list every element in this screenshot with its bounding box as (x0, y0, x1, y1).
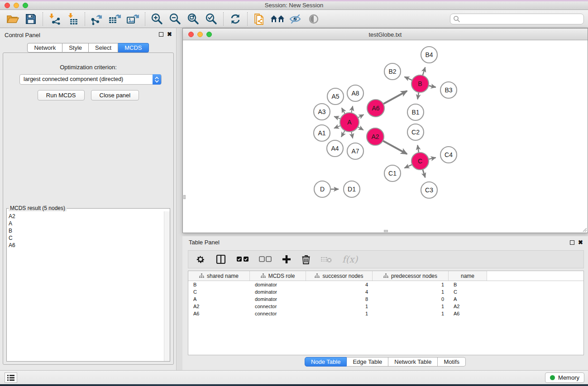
edge-C-C4[interactable] (429, 157, 436, 159)
close-panel-icon[interactable]: ✖ (167, 31, 172, 38)
table-cell[interactable]: 1 (306, 311, 373, 316)
delete-table-button[interactable] (320, 255, 332, 263)
node-B[interactable]: B (411, 75, 429, 92)
node-A2[interactable]: A2 (367, 128, 384, 145)
edge-C-C1[interactable] (405, 165, 412, 168)
table-cell[interactable]: 4 (306, 282, 373, 287)
result-scrollbar[interactable] (164, 211, 170, 361)
table-cell[interactable]: B (188, 282, 250, 287)
node-A8[interactable]: A8 (347, 85, 363, 101)
table-cell[interactable]: 0 (373, 296, 449, 302)
delete-column-button[interactable] (301, 254, 311, 265)
node-C4[interactable]: C4 (440, 147, 457, 163)
tab-motifs[interactable]: Motifs (438, 357, 466, 367)
edge-A-A1[interactable] (334, 126, 340, 129)
show-all-button[interactable] (305, 11, 323, 27)
edge-B-B4[interactable] (423, 67, 425, 76)
hide-selected-button[interactable] (287, 11, 305, 27)
table-cell[interactable]: A6 (188, 311, 250, 316)
save-session-button[interactable] (22, 11, 40, 27)
edge-A-A7[interactable] (351, 132, 353, 138)
table-cell[interactable]: connector (250, 304, 306, 309)
table-cell[interactable]: 8 (306, 296, 373, 302)
node-C1[interactable]: C1 (384, 165, 401, 181)
export-image-button[interactable] (124, 11, 142, 27)
table-cell[interactable]: 1 (373, 311, 449, 316)
node-D1[interactable]: D1 (344, 181, 360, 197)
zoom-in-button[interactable] (148, 11, 166, 27)
table-cell[interactable]: A6 (449, 311, 487, 316)
node-B2[interactable]: B2 (384, 63, 401, 80)
table-cell[interactable]: 1 (373, 289, 449, 295)
network-graph-canvas[interactable]: B4B2BB3A5A8A6B1A3AC2A1A2A4A7C4CC1C3DD1 (183, 41, 588, 233)
table-cell[interactable]: A (449, 296, 487, 302)
close-panel-button[interactable]: Close panel (91, 90, 139, 100)
result-item[interactable]: A2 (9, 213, 164, 220)
table-cell[interactable]: A (188, 296, 250, 302)
export-network-button[interactable] (88, 11, 106, 27)
node-A[interactable]: A (340, 113, 359, 132)
column-header-predecessor-nodes[interactable]: predecessor nodes (373, 271, 449, 281)
table-cell[interactable]: 4 (306, 289, 373, 295)
edge-A6-B[interactable] (383, 91, 407, 104)
column-header-successor-nodes[interactable]: successor nodes (306, 271, 373, 281)
node-A1[interactable]: A1 (314, 125, 330, 141)
vertical-scroll-nub[interactable] (183, 195, 186, 199)
import-network-button[interactable] (46, 11, 64, 27)
table-row[interactable]: A6connector11A6 (188, 310, 583, 317)
node-A5[interactable]: A5 (327, 88, 344, 105)
table-row[interactable]: Adominator80A (188, 295, 583, 303)
export-table-button[interactable] (106, 11, 124, 27)
first-neighbors-button[interactable] (268, 11, 287, 27)
task-history-button[interactable] (5, 372, 17, 383)
node-B3[interactable]: B3 (440, 82, 457, 98)
tab-network-table[interactable]: Network Table (388, 357, 438, 367)
tab-mcds[interactable]: MCDS (118, 43, 148, 52)
criterion-dropdown[interactable]: largest connected component (directed) (19, 74, 162, 85)
node-B1[interactable]: B1 (407, 104, 424, 120)
table-cell[interactable]: B (449, 282, 487, 287)
result-item[interactable]: A (9, 220, 164, 227)
node-A7[interactable]: A7 (347, 143, 363, 159)
node-C2[interactable]: C2 (407, 124, 424, 140)
edge-A-A4[interactable] (341, 130, 345, 137)
table-row[interactable]: Cdominator41C (188, 288, 583, 295)
edge-A-A3[interactable] (334, 116, 340, 119)
function-builder-button[interactable]: f(x) (342, 254, 358, 265)
run-mcds-button[interactable]: Run MCDS (38, 90, 85, 100)
edge-A-A5[interactable] (342, 108, 345, 114)
table-cell[interactable]: A2 (188, 304, 250, 309)
edge-C-C3[interactable] (423, 169, 425, 177)
node-C3[interactable]: C3 (421, 182, 437, 198)
table-cell[interactable]: C (188, 289, 250, 295)
memory-button[interactable]: Memory (545, 372, 584, 383)
float-panel-icon[interactable] (570, 240, 574, 245)
float-panel-icon[interactable] (159, 32, 163, 37)
search-input[interactable] (450, 14, 584, 24)
table-cell[interactable]: dominator (250, 296, 306, 302)
edge-A2-C[interactable] (383, 141, 407, 154)
deselect-all-rows-button[interactable] (259, 256, 272, 262)
tab-network[interactable]: Network (27, 43, 62, 52)
table-cell[interactable]: dominator (250, 289, 306, 295)
tab-select[interactable]: Select (89, 43, 118, 52)
edge-C-C2[interactable] (417, 145, 419, 153)
table-cell[interactable]: 1 (306, 304, 373, 309)
resize-grip-icon[interactable] (582, 227, 587, 232)
tab-edge-table[interactable]: Edge Table (347, 357, 388, 367)
zoom-selected-button[interactable] (202, 11, 220, 27)
node-A3[interactable]: A3 (314, 104, 330, 120)
edge-A-A6[interactable] (358, 114, 364, 118)
tab-style[interactable]: Style (62, 43, 89, 52)
edge-A-A8[interactable] (351, 106, 353, 113)
edge-B-B2[interactable] (405, 77, 412, 81)
table-cell[interactable]: C (449, 289, 487, 295)
column-header-MCDS-role[interactable]: MCDS role (250, 271, 306, 281)
table-cell[interactable]: dominator (250, 282, 306, 287)
select-all-rows-button[interactable] (236, 256, 249, 262)
column-header-shared-name[interactable]: shared name (188, 271, 250, 281)
result-item[interactable]: A6 (9, 242, 164, 249)
apply-layout-button[interactable] (226, 11, 244, 27)
horizontal-scroll-nub[interactable] (384, 230, 388, 232)
open-session-button[interactable] (4, 11, 22, 27)
